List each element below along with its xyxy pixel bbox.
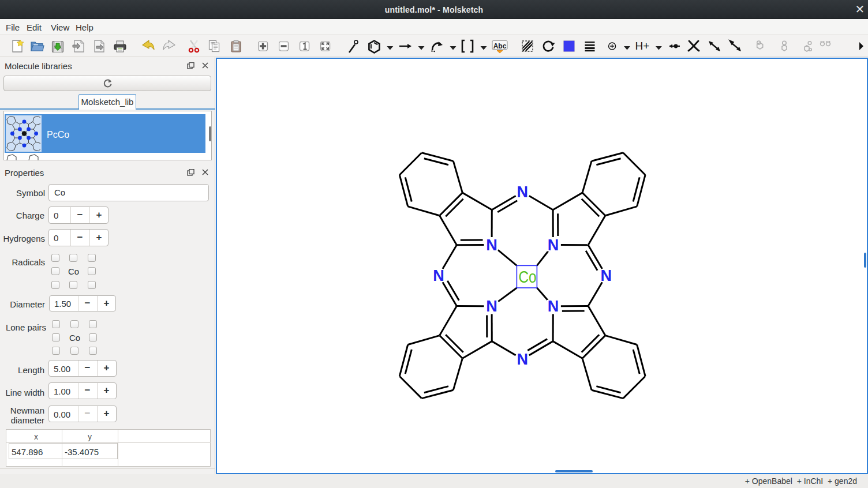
svg-text:N: N	[548, 298, 559, 315]
svg-text:N: N	[486, 237, 497, 254]
svg-text:N: N	[486, 298, 497, 315]
svg-text:H+: H+	[635, 40, 650, 52]
svg-text:N: N	[517, 183, 528, 201]
svg-text:Abc: Abc	[493, 42, 507, 50]
svg-text:N: N	[601, 267, 612, 284]
svg-text:N: N	[548, 237, 559, 254]
svg-text:Co: Co	[519, 268, 537, 286]
svg-text:N: N	[433, 267, 444, 284]
svg-text:N: N	[517, 351, 528, 368]
